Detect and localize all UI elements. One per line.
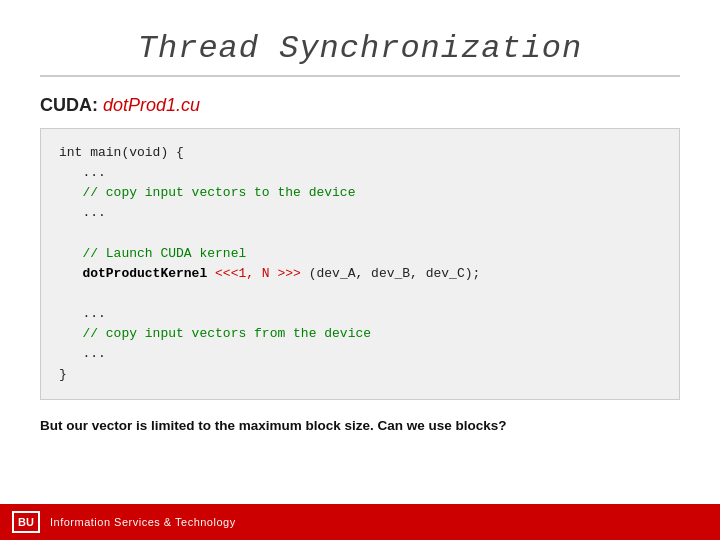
code-line-blank2 [59, 284, 661, 304]
title-section: Thread Synchronization [40, 30, 680, 77]
slide-container: Thread Synchronization CUDA: dotProd1.cu… [0, 0, 720, 540]
footer-logo: BU [12, 511, 40, 533]
code-line-blank1 [59, 224, 661, 244]
bottom-text: But our vector is limited to the maximum… [40, 418, 680, 433]
subtitle: CUDA: dotProd1.cu [40, 95, 680, 116]
code-box: int main(void) { ... // copy input vecto… [40, 128, 680, 400]
code-line-1: int main(void) { [59, 143, 661, 163]
code-line-9: ... [59, 344, 661, 364]
footer-org: Information Services & Technology [50, 516, 236, 528]
code-line-2: ... [59, 163, 661, 183]
kernel-name: dotProductKernel [82, 266, 207, 281]
code-line-4: ... [59, 203, 661, 223]
code-line-6: dotProductKernel <<<1, N >>> (dev_A, dev… [59, 264, 661, 284]
code-line-5: // Launch CUDA kernel [59, 244, 661, 264]
code-line-10: } [59, 365, 661, 385]
angle-brackets: <<<1, N >>> [215, 266, 301, 281]
subtitle-label: CUDA: [40, 95, 98, 115]
footer: BU Information Services & Technology [0, 504, 720, 540]
code-line-7: ... [59, 304, 661, 324]
code-line-8: // copy input vectors from the device [59, 324, 661, 344]
slide-title: Thread Synchronization [40, 30, 680, 67]
code-line-3: // copy input vectors to the device [59, 183, 661, 203]
subtitle-filename: dotProd1.cu [103, 95, 200, 115]
